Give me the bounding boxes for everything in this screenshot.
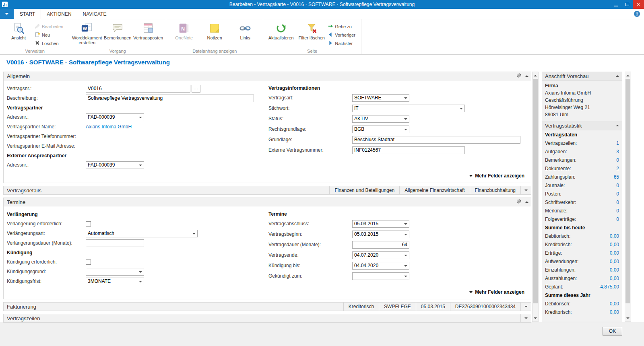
minimize-button[interactable] bbox=[610, 0, 621, 9]
partner-name-link[interactable]: Axians Infoma GmbH bbox=[86, 124, 132, 130]
kuendigung-bis-datepicker[interactable]: 04.04.2020 bbox=[352, 262, 409, 270]
scroll-down-arrow-icon[interactable] bbox=[625, 315, 631, 321]
restore-button[interactable] bbox=[621, 0, 633, 9]
scrollbar-thumb[interactable] bbox=[625, 79, 630, 303]
vertragsabschluss-datepicker[interactable]: 05.03.2015 bbox=[352, 220, 409, 228]
ansicht-button[interactable]: Ansicht bbox=[3, 21, 34, 40]
vertragsbeginn-datepicker[interactable]: 05.03.2015 bbox=[352, 231, 409, 238]
vertragsart-dropdown[interactable]: SOFTWARE bbox=[352, 94, 409, 102]
scroll-up-arrow-icon[interactable] bbox=[533, 72, 538, 78]
fasttab-fakturierung[interactable]: Fakturierung Kreditorisch SWPFLEGE 05.03… bbox=[3, 302, 531, 311]
stat-value-link[interactable]: 0,00 bbox=[610, 267, 619, 273]
links-button[interactable]: Links bbox=[230, 21, 260, 40]
kuendigungsgrund-dropdown[interactable] bbox=[86, 268, 144, 276]
vertragsnr-input[interactable]: V0016 bbox=[86, 85, 190, 93]
tab-finanzbuchhaltung[interactable]: Finanzbuchhaltung bbox=[470, 186, 520, 194]
neu-button[interactable]: Neu bbox=[34, 31, 66, 39]
more-fields-toggle[interactable]: Mehr Felder anzeigen bbox=[7, 286, 528, 298]
loeschen-button[interactable]: Löschen bbox=[34, 39, 66, 47]
vorheriger-button[interactable]: Vorheriger bbox=[327, 31, 359, 39]
verlaengerungsdauer-input[interactable] bbox=[86, 239, 144, 247]
stat-value-link[interactable]: 1 bbox=[616, 140, 619, 146]
fasttab-termine-header[interactable]: Termine bbox=[4, 198, 531, 206]
gear-icon[interactable] bbox=[516, 199, 522, 205]
kuendigung-erforderlich-checkbox[interactable] bbox=[86, 260, 91, 265]
stat-value-link[interactable]: 0,00 bbox=[610, 259, 619, 264]
collapse-chevron-icon[interactable] bbox=[525, 201, 528, 203]
stat-debitorisch-jahr: Debitorisch:0,00 bbox=[542, 299, 622, 308]
externe-vertragsnummer-input[interactable]: INF0124567 bbox=[352, 146, 465, 154]
collapse-chevron-icon[interactable] bbox=[525, 75, 528, 77]
naechster-button[interactable]: Nächster bbox=[327, 39, 359, 47]
tab-navigate[interactable]: NAVIGATE bbox=[77, 9, 112, 19]
stat-value-link[interactable]: 2 bbox=[616, 166, 619, 171]
stat-value-link[interactable]: 0 bbox=[616, 208, 619, 214]
verlaengerungsart-dropdown[interactable]: Automatisch bbox=[86, 230, 198, 237]
stat-value-link[interactable]: 3 bbox=[616, 149, 619, 154]
close-button[interactable]: × bbox=[633, 0, 644, 9]
ok-button[interactable]: OK bbox=[603, 327, 622, 336]
status-dropdown[interactable]: AKTIV bbox=[352, 115, 409, 123]
grundlage-input[interactable]: Beschluss Stadtrat bbox=[352, 136, 520, 144]
tab-finanzen-und-beteiligungen[interactable]: Finanzen und Beteiligungen bbox=[329, 186, 399, 194]
stat-value-link[interactable]: 0,00 bbox=[610, 233, 619, 239]
gear-icon[interactable] bbox=[516, 73, 522, 79]
more-fields-toggle[interactable]: Mehr Felder anzeigen bbox=[7, 170, 528, 182]
main-scrollbar[interactable] bbox=[532, 72, 539, 322]
window-scrollbar[interactable] bbox=[625, 72, 631, 322]
vertragsposten-button[interactable]: Vertragsposten bbox=[133, 21, 163, 40]
stat-value-link[interactable]: -4.875,00 bbox=[599, 284, 619, 290]
scrollbar-thumb[interactable] bbox=[533, 79, 538, 303]
stat-value-link[interactable]: 0 bbox=[616, 157, 619, 163]
adressnr-dropdown[interactable]: FAD-000039 bbox=[86, 113, 144, 121]
clear-filter-icon bbox=[305, 21, 318, 35]
aktualisieren-button[interactable]: Aktualisieren bbox=[266, 21, 296, 40]
tab-aktionen[interactable]: AKTIONEN bbox=[41, 9, 77, 19]
vertragsdauer-input[interactable]: 64 bbox=[352, 241, 409, 249]
app-menu-button[interactable] bbox=[0, 9, 14, 19]
stat-value-link[interactable]: 0 bbox=[616, 216, 619, 222]
verlaengerung-erforderlich-checkbox[interactable] bbox=[86, 221, 91, 227]
expand-button[interactable] bbox=[520, 314, 531, 322]
chevron-down-icon bbox=[524, 317, 528, 319]
field-partner-email: Vertragspartner E-Mail Adresse: bbox=[7, 141, 264, 151]
stat-value-link[interactable]: 0,00 bbox=[610, 309, 619, 315]
kuendigungsfrist-dropdown[interactable]: 3MONATE bbox=[86, 278, 144, 285]
expand-button[interactable] bbox=[520, 186, 531, 194]
factbox-anschrift-header[interactable]: Anschrift Vorschau bbox=[542, 72, 622, 81]
factbox-statistik-header[interactable]: Vertragsstatistik bbox=[542, 121, 622, 130]
stat-value-link[interactable]: 0,00 bbox=[610, 301, 619, 307]
assist-edit-button[interactable]: ... bbox=[192, 85, 200, 93]
gekuendigt-zum-datepicker[interactable] bbox=[352, 272, 409, 280]
scroll-down-arrow-icon[interactable] bbox=[533, 315, 538, 321]
beschreibung-input[interactable]: Softwarepflege Vertragsverwaltung bbox=[86, 95, 254, 102]
scroll-up-arrow-icon[interactable] bbox=[625, 72, 631, 78]
stat-value-link[interactable]: 0,00 bbox=[610, 242, 619, 247]
fasttab-vertragsdetails[interactable]: Vertragsdetails Finanzen und Beteiligung… bbox=[3, 186, 531, 195]
stat-value-link[interactable]: 0 bbox=[616, 183, 619, 188]
fasttab-vertragszeilen[interactable]: Vertragszeilen bbox=[3, 314, 531, 323]
expand-button[interactable] bbox=[520, 303, 531, 311]
button-label: Aktualisieren bbox=[268, 35, 294, 40]
gehe-zu-button[interactable]: Gehe zu bbox=[327, 22, 359, 31]
tab-start[interactable]: START bbox=[14, 9, 41, 19]
group-heading-kuendigung: Kündigung bbox=[7, 248, 264, 257]
stichwort-dropdown[interactable]: IT bbox=[352, 105, 465, 112]
stat-value-link[interactable]: 0,00 bbox=[610, 276, 619, 281]
filter-loeschen-button[interactable]: Filter löschen bbox=[296, 21, 327, 40]
stat-value-link[interactable]: 65 bbox=[614, 174, 619, 180]
rechtsgrundlage-dropdown[interactable]: BGB bbox=[352, 126, 409, 133]
bemerkungen-button[interactable]: Bemerkungen bbox=[102, 21, 133, 40]
stat-value-link[interactable]: 0,00 bbox=[610, 250, 619, 256]
notizen-button[interactable]: Notizen bbox=[199, 21, 230, 40]
chevron-down-icon bbox=[469, 175, 473, 177]
adressnr-extern-dropdown[interactable]: FAD-000039 bbox=[86, 161, 144, 169]
stat-value-link[interactable]: 0 bbox=[616, 191, 619, 197]
vertragsende-datepicker[interactable]: 04.07.2020 bbox=[352, 251, 409, 259]
fasttab-allgemein-header[interactable]: Allgemein bbox=[4, 72, 531, 80]
tab-allgemeine-finanzwirtschaft[interactable]: Allgemeine Finanzwirtschaft bbox=[399, 186, 469, 194]
help-button[interactable]: ? bbox=[634, 11, 640, 17]
worddokument-button[interactable]: W Worddokument erstellen bbox=[72, 21, 102, 45]
stat-value-link[interactable]: 0 bbox=[616, 200, 619, 205]
field-partner-name: Vertragspartner Name: Axians Infoma GmbH bbox=[7, 122, 264, 132]
